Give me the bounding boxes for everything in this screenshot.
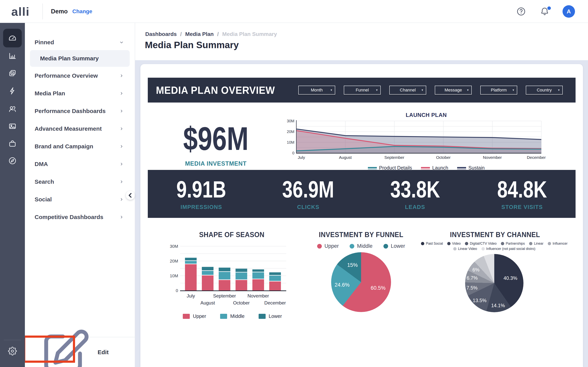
clipboard-check-icon (8, 69, 17, 78)
chevron-right-icon (119, 161, 124, 167)
legend-item-partnerships: Partnerships (501, 242, 525, 246)
sidebar-collapse-button[interactable] (126, 191, 135, 200)
avatar[interactable]: A (562, 5, 575, 18)
svg-text:20M: 20M (170, 259, 178, 264)
rail-item-shopping-bag[interactable] (3, 134, 22, 153)
sidebar-item-brand-and-campaign[interactable]: Brand and Campaign (25, 137, 135, 155)
sidebar-item-label: Performance Overview (35, 72, 98, 79)
kpi-value: 9.91B (176, 178, 226, 201)
sidebar-section-pinned[interactable]: Pinned (25, 23, 135, 48)
pie-label-linear: 6.7% (467, 275, 478, 281)
svg-text:October: October (233, 300, 250, 305)
legend-label: Linear Video (458, 247, 477, 251)
svg-text:August: August (200, 300, 215, 305)
rail-item-lightning[interactable] (3, 82, 22, 100)
chevron-right-icon (119, 126, 124, 132)
app-logo: alli (11, 5, 30, 18)
launch-plan-title: LAUNCH PLAN (292, 112, 561, 118)
help-icon[interactable] (516, 7, 526, 16)
rail-item-compass[interactable] (3, 151, 22, 170)
legend-dot (447, 242, 450, 245)
sidebar-item-advanced-measurement[interactable]: Advanced Measurement (25, 120, 135, 137)
legend-label: Lower (269, 313, 282, 319)
caret-down-icon: ▾ (422, 88, 423, 92)
sidebar-item-performance-dashboards[interactable]: Performance Dashboards (25, 102, 135, 120)
sidebar-item-search[interactable]: Search (25, 173, 135, 191)
svg-text:30M: 30M (287, 119, 294, 123)
filter-label: Country (537, 88, 552, 93)
launch-plan-plot: 010M20M30MJulyAugustSeptemberOctoberNove… (284, 119, 568, 165)
legend-dot (350, 244, 354, 249)
legend-item-upper: Upper (317, 243, 339, 249)
caret-down-icon: ▾ (558, 88, 560, 92)
legend-dot (421, 242, 424, 245)
filter-label: Funnel (356, 88, 369, 93)
chevron-down-icon (119, 40, 124, 45)
shopping-bag-icon (8, 139, 17, 148)
rail-item-users[interactable] (3, 100, 22, 118)
kpi-label: LEADS (405, 204, 425, 210)
kpi-label: STORE VISITS (502, 204, 543, 210)
sidebar-item-social[interactable]: Social (25, 191, 135, 208)
legend-item-paid-social: Paid Social (421, 242, 443, 246)
chevron-right-icon (119, 73, 124, 78)
pie-label-partnerships: 7.5% (467, 285, 477, 291)
breadcrumb-separator: / (180, 31, 182, 37)
sidebar-item-media-plan[interactable]: Media Plan (25, 84, 135, 102)
filter-platform[interactable]: Platform▾ (480, 86, 517, 95)
breadcrumb-media-plan[interactable]: Media Plan (185, 31, 214, 37)
chevron-right-icon (119, 197, 124, 202)
breadcrumb-dashboards[interactable]: Dashboards (145, 31, 177, 37)
chevron-right-icon (119, 91, 124, 96)
filter-message[interactable]: Message▾ (435, 86, 472, 95)
sidebar-item-media-plan-summary[interactable]: Media Plan Summary (30, 50, 130, 67)
workspace-name: Demo (51, 8, 68, 15)
legend-dot (383, 244, 388, 249)
legend-dot (529, 242, 532, 245)
rail-item-image[interactable] (3, 117, 22, 135)
filter-channel[interactable]: Channel▾ (389, 86, 426, 95)
filter-label: Channel (400, 88, 416, 93)
media-investment-label: MEDIA INVESTMENT (151, 160, 281, 167)
rail-divider (4, 340, 21, 340)
svg-text:November: November (248, 293, 269, 299)
filter-month[interactable]: Month▾ (298, 86, 335, 95)
investment-by-channel-chart: INVESTMENT BY CHANNEL Paid SocialVideoDi… (448, 231, 541, 312)
svg-text:10M: 10M (170, 273, 178, 278)
rail-item-settings[interactable] (3, 342, 22, 360)
overview-header: MEDIA PLAN OVERVIEW Month▾Funnel▾Channel… (148, 78, 576, 102)
svg-text:20M: 20M (287, 130, 294, 134)
svg-text:30M: 30M (170, 244, 178, 249)
rail-item-clipboard-check[interactable] (3, 64, 22, 83)
legend-label: Upper (325, 243, 339, 249)
legend-item-lower: Lower (383, 243, 405, 249)
legend-item-digital-ctv-video: Digital/CTV Video (465, 242, 497, 246)
svg-text:October: October (436, 155, 451, 160)
investment-by-funnel-chart: INVESTMENT BY FUNNEL UpperMiddleLower 60… (315, 231, 407, 312)
legend-item-influencer-not-paid-social-distro: Influencer (not paid social distro) (481, 247, 536, 251)
filter-country[interactable]: Country▾ (526, 86, 563, 95)
rail-item-bar-chart[interactable] (3, 46, 22, 65)
rail-item-dashboard[interactable] (3, 29, 22, 47)
legend-item-linear-video: Linear Video (453, 247, 477, 251)
icon-rail (0, 23, 25, 367)
funnel-pie: 60.5%24.6%15% (331, 252, 391, 312)
pie-label-paid-social: 40.3% (504, 275, 518, 281)
svg-text:December: December (527, 155, 546, 160)
filter-funnel[interactable]: Funnel▾ (344, 86, 381, 95)
sidebar-item-dma[interactable]: DMA (25, 155, 135, 173)
sidebar-item-competitive-dashboards[interactable]: Competitive Dashboards (25, 208, 135, 226)
topbar-divider (42, 3, 43, 19)
breadcrumb-media-plan-summary: Media Plan Summary (222, 31, 277, 37)
kpi-leads: 33.8KLEADS (362, 170, 469, 218)
chevron-right-icon (119, 179, 124, 184)
funnel-legend: UpperMiddleLower (315, 243, 407, 249)
edit-button[interactable]: Edit (25, 337, 135, 367)
channel-legend: Paid SocialVideoDigital/CTV VideoPartner… (448, 242, 541, 251)
change-workspace-link[interactable]: Change (72, 8, 92, 15)
svg-text:September: September (384, 155, 405, 160)
legend-label: Upper (193, 313, 206, 319)
sidebar-item-performance-overview[interactable]: Performance Overview (25, 67, 135, 84)
svg-text:0: 0 (176, 288, 178, 293)
kpi-store-visits: 84.8KSTORE VISITS (469, 170, 576, 218)
